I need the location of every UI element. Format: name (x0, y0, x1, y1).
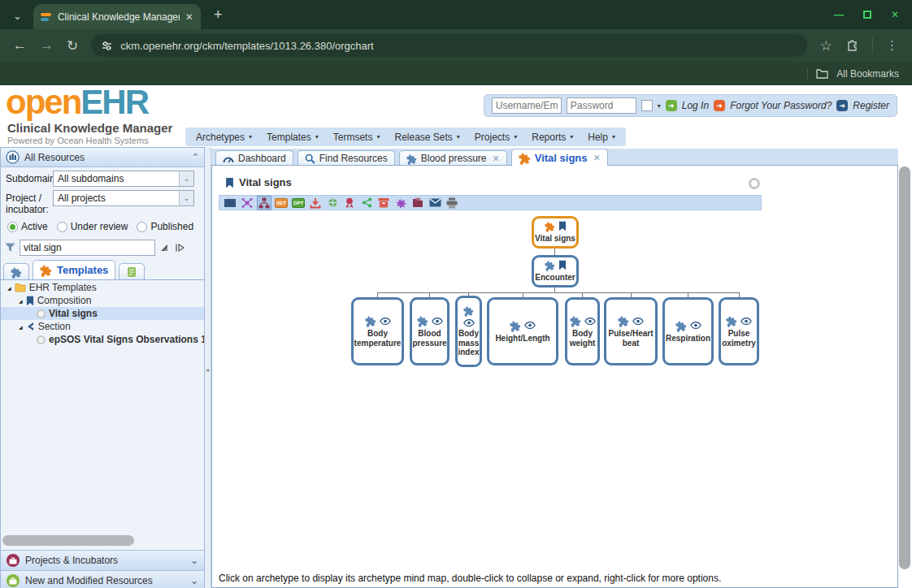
tab-archetypes[interactable] (3, 263, 29, 279)
menu-archetypes[interactable]: Archetypes▾ (189, 132, 259, 143)
new-modified-panel[interactable]: New and Modified Resources ⌄ (1, 570, 204, 588)
all-resources-header[interactable]: All Resources ⌃ (1, 148, 204, 167)
username-field[interactable] (492, 97, 562, 114)
radio-icon[interactable] (137, 222, 147, 232)
orgchart-node-pulse-oximetry[interactable]: Pulse oximetry (719, 297, 759, 365)
orgchart-node-pulse-heart-beat[interactable]: Pulse/Heart beat (604, 297, 658, 365)
report-folder-icon[interactable] (411, 197, 424, 210)
orgchart-node-vital-signs[interactable]: Vital signs (532, 216, 579, 249)
radio-icon[interactable] (57, 222, 67, 232)
openehr-logo[interactable]: openEHR (6, 85, 148, 119)
det-view-icon[interactable]: DET (275, 197, 288, 210)
expand-chevron-icon[interactable]: ⌄ (190, 575, 198, 586)
radio-active[interactable]: Active (7, 221, 48, 232)
expand-triangle-icon[interactable]: ◢ (7, 285, 11, 291)
share-icon[interactable] (360, 197, 373, 210)
orgchart-node-respiration[interactable]: Respiration (662, 297, 714, 365)
radio-under-review[interactable]: Under review (57, 221, 128, 232)
reload-button[interactable]: ↻ (67, 37, 78, 54)
certificate-ribbon-icon[interactable] (343, 197, 356, 210)
login-options-caret-icon[interactable]: ▾ (658, 102, 661, 110)
bookmark-star-icon[interactable]: ☆ (820, 37, 832, 54)
all-bookmarks-button[interactable]: All Bookmarks (836, 68, 899, 80)
orgchart-node-blood-pressure[interactable]: Blood pressure (410, 297, 449, 365)
tab-find-resources[interactable]: Find Resources (297, 150, 395, 166)
tab-vital-signs[interactable]: Vital signs ✕ (511, 149, 608, 166)
expand-triangle-icon[interactable]: ◢ (19, 298, 23, 304)
tree-item-composition[interactable]: ◢ Composition (1, 294, 204, 307)
window-maximize-button[interactable] (863, 11, 871, 19)
spiral-icon[interactable] (394, 197, 407, 210)
email-icon[interactable] (428, 197, 441, 210)
tab-termsets[interactable] (119, 263, 145, 279)
projects-incubators-panel[interactable]: Projects & Incubators ⌄ (1, 550, 204, 570)
expand-triangle-icon[interactable]: ◢ (19, 324, 23, 330)
orgchart-node-encounter[interactable]: Encounter (532, 255, 579, 288)
print-icon[interactable] (445, 197, 458, 210)
tree-item-section[interactable]: ◢ Section (1, 320, 204, 333)
resource-search-input[interactable] (20, 240, 155, 256)
menu-release-sets[interactable]: Release Sets▾ (387, 132, 467, 143)
address-bar[interactable]: ckm.openehr.org/ckm/templates/1013.26.38… (91, 34, 807, 57)
opt-view-icon[interactable]: OPT (292, 197, 305, 210)
orgchart-icon[interactable] (258, 197, 271, 210)
orgchart-node-height-length[interactable]: Height/Length (487, 297, 558, 365)
register-arrow-icon[interactable]: ➜ (836, 100, 848, 111)
panel-splitter[interactable]: ◂ (205, 147, 211, 588)
find-next-icon[interactable] (174, 243, 185, 253)
tree-item-vital-signs[interactable]: Vital signs (1, 307, 204, 320)
log-in-link[interactable]: Log In (682, 100, 709, 111)
page-vertical-scrollbar[interactable] (899, 166, 910, 569)
expand-chevron-icon[interactable]: ⌄ (190, 555, 198, 566)
splitter-collapse-icon[interactable]: ◂ (206, 366, 209, 374)
forgot-password-link[interactable]: Forgot Your Password? (730, 100, 832, 111)
tab-templates[interactable]: Templates (33, 260, 115, 279)
browser-menu-icon[interactable]: ⋮ (886, 38, 899, 53)
register-link[interactable]: Register (853, 100, 889, 111)
orgchart-node-body-mass-index[interactable]: Body mass index (455, 296, 482, 367)
collapse-all-icon[interactable] (326, 197, 339, 210)
url-text[interactable]: ckm.openehr.org/ckm/templates/1013.26.38… (120, 40, 373, 52)
radio-selected-icon[interactable] (7, 222, 18, 232)
download-icon[interactable] (309, 197, 322, 210)
tab-blood-pressure[interactable]: Blood pressure ✕ (399, 150, 507, 166)
browser-tab[interactable]: Clinical Knowledge Manager ✕ (33, 4, 201, 29)
tab-close-icon[interactable]: ✕ (593, 153, 601, 163)
remember-me-checkbox[interactable] (641, 100, 653, 111)
password-field[interactable] (567, 97, 636, 114)
tab-dashboard[interactable]: Dashboard (215, 150, 293, 166)
tab-close-icon[interactable]: ✕ (492, 153, 499, 164)
menu-reports[interactable]: Reports▾ (524, 132, 580, 143)
bookmarks-folder-icon[interactable] (816, 68, 828, 79)
back-button[interactable]: ← (13, 37, 27, 54)
tree-item-epsos[interactable]: epSOS Vital Signs Observations 1.3.6.1 (1, 333, 204, 346)
menu-help[interactable]: Help▾ (580, 132, 623, 143)
tab-search-chevron-icon[interactable]: ⌄ (13, 10, 22, 22)
new-tab-button[interactable]: + (214, 6, 223, 24)
orgchart-node-body-weight[interactable]: Body weight (565, 297, 600, 365)
forward-button[interactable]: → (40, 37, 54, 54)
eye-icon (380, 318, 391, 325)
subdomain-select[interactable]: All subdomains⌄ (53, 171, 194, 187)
menu-projects[interactable]: Projects▾ (467, 132, 524, 143)
menu-termsets[interactable]: Termsets▾ (326, 132, 388, 143)
radio-published[interactable]: Published (137, 221, 193, 232)
orgchart-node-body-temperature[interactable]: Body temperature (351, 297, 404, 365)
window-minimize-button[interactable]: — (834, 9, 844, 20)
forgot-arrow-icon[interactable]: ➜ (714, 100, 725, 111)
login-arrow-icon[interactable]: ➜ (666, 100, 677, 111)
menu-templates[interactable]: Templates▾ (259, 132, 326, 143)
search-mode-icon[interactable] (159, 243, 170, 253)
archive-box-icon[interactable] (377, 197, 390, 210)
archetype-puzzle-icon (509, 318, 523, 332)
project-select[interactable]: All projects⌄ (53, 190, 194, 206)
extensions-icon[interactable] (845, 39, 859, 53)
window-close-button[interactable]: ✕ (891, 9, 899, 20)
tree-horizontal-scrollbar[interactable] (2, 535, 134, 546)
collapse-chevron-icon[interactable]: ⌃ (192, 152, 199, 162)
flag-icon[interactable] (224, 197, 237, 210)
mindmap-icon[interactable] (241, 197, 254, 210)
tree-item-ehr-templates[interactable]: ◢ EHR Templates (1, 281, 204, 294)
tab-close-icon[interactable]: ✕ (185, 11, 193, 23)
site-settings-icon[interactable] (102, 41, 112, 51)
